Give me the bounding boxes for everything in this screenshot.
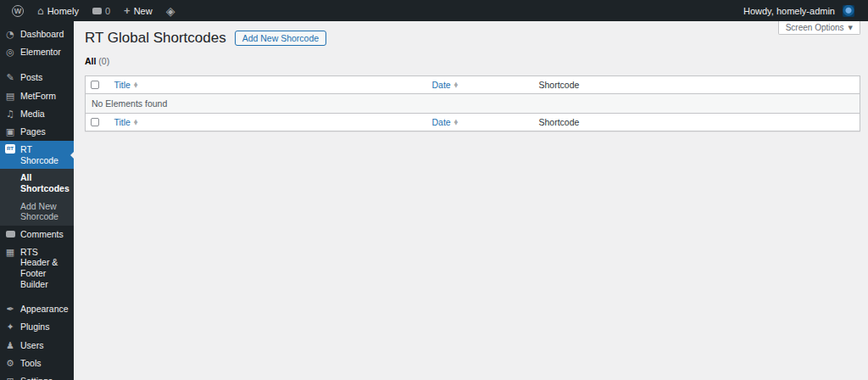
appearance-icon: ✒	[5, 304, 15, 315]
shortcodes-table: Title ▲▼ Date ▲▼	[85, 75, 860, 131]
title-column-label: Title	[114, 80, 131, 90]
sidebar-item-pages[interactable]: ▣ Pages	[0, 123, 74, 141]
user-avatar	[843, 5, 854, 17]
sidebar-item-label: Media	[20, 109, 45, 120]
content-area: Screen Options ▼ RT Global Shortcodes Ad…	[74, 21, 868, 380]
filter-all-count: (0)	[98, 56, 109, 66]
sidebar-item-label: Appearance	[20, 304, 69, 315]
sidebar-item-elementor[interactable]: ◎ Elementor	[0, 43, 74, 61]
sidebar-item-media[interactable]: ♫ Media	[0, 105, 74, 123]
submenu-item-all-shortcodes[interactable]: All Shortcodes	[0, 169, 74, 197]
howdy-label: Howdy, homely-admin	[743, 6, 835, 16]
sidebar-item-label: Comments	[20, 229, 64, 240]
sidebar-item-label: Settings	[20, 376, 53, 380]
site-name-link[interactable]: ⌂ Homely	[32, 0, 84, 21]
posts-icon: ✎	[5, 72, 15, 83]
sidebar-item-label: Pages	[20, 126, 46, 137]
submenu-item-label: All Shortcodes	[20, 172, 70, 193]
sort-icon: ▲▼	[134, 120, 137, 125]
sidebar-item-metform[interactable]: ▤ MetForm	[0, 87, 74, 105]
my-account-link[interactable]: Howdy, homely-admin	[738, 0, 860, 21]
plugins-icon: ✦	[5, 321, 15, 332]
title-column-label: Title	[114, 117, 131, 127]
submenu-item-label: Add New Shorcode	[20, 201, 69, 222]
page-title: RT Global Shortcodes	[85, 30, 226, 47]
litespeed-icon: ◈	[166, 5, 175, 17]
comments-link[interactable]: 0	[87, 0, 115, 21]
sidebar-item-label: Tools	[20, 358, 42, 369]
sidebar-item-tools[interactable]: ⚙ Tools	[0, 355, 74, 372]
sort-icon: ▲▼	[134, 82, 137, 87]
sidebar-item-posts[interactable]: ✎ Posts	[0, 69, 74, 87]
sort-by-title-link[interactable]: Title ▲▼	[114, 80, 138, 90]
sidebar-item-label: Elementor	[20, 47, 61, 58]
sort-by-date-link-footer[interactable]: Date ▲▼	[432, 117, 458, 127]
comments-count: 0	[105, 6, 110, 16]
users-icon: ♟	[5, 340, 15, 351]
screen-options-label: Screen Options	[786, 23, 844, 32]
sidebar-item-rts-header-footer-builder[interactable]: ▦ RTS Header & Footer Builder	[0, 243, 74, 293]
plus-icon: +	[124, 5, 131, 16]
filter-all-link[interactable]: All	[85, 56, 96, 66]
sidebar-item-plugins[interactable]: ✦ Plugins	[0, 318, 74, 336]
wordpress-logo-icon: W	[12, 5, 24, 17]
comments-icon	[5, 229, 15, 240]
shortcode-column-label: Shortcode	[539, 80, 580, 90]
shortcode-column-label: Shortcode	[539, 117, 580, 127]
metform-icon: ▤	[5, 91, 15, 102]
chevron-down-icon: ▼	[849, 25, 853, 31]
sidebar-item-rt-shortcode[interactable]: RT RT Shorcode	[0, 141, 74, 169]
sidebar-item-label: RTS Header & Footer Builder	[20, 247, 68, 289]
comment-bubble-icon	[92, 8, 102, 14]
add-new-shortcode-button[interactable]: Add New Shorcode	[235, 31, 326, 46]
filter-links: All (0)	[85, 56, 860, 66]
sidebar-item-label: RT Shorcode	[20, 144, 69, 165]
table-footer-row: Title ▲▼ Date ▲▼	[86, 114, 860, 131]
admin-bar: W ⌂ Homely 0 + New ◈ Howdy, homely-admin	[0, 0, 868, 21]
sidebar-item-comments[interactable]: Comments	[0, 226, 74, 243]
tools-icon: ⚙	[5, 358, 15, 369]
table-header-row: Title ▲▼ Date ▲▼	[86, 76, 860, 94]
media-icon: ♫	[5, 109, 15, 120]
home-icon: ⌂	[37, 6, 44, 16]
sort-icon: ▲▼	[454, 82, 458, 87]
select-all-checkbox[interactable]	[91, 81, 99, 89]
date-column-label: Date	[432, 80, 451, 90]
new-content-link[interactable]: + New	[119, 0, 158, 21]
sidebar-item-label: Posts	[20, 72, 42, 83]
litespeed-adminbar-link[interactable]: ◈	[161, 0, 181, 21]
select-all-checkbox-footer[interactable]	[91, 118, 99, 126]
sidebar-item-label: Users	[20, 340, 43, 351]
sidebar-item-label: Plugins	[20, 321, 49, 332]
new-label: New	[134, 6, 153, 16]
pages-icon: ▣	[5, 126, 15, 137]
sidebar-item-dashboard[interactable]: ◔ Dashboard	[0, 25, 74, 43]
rt-shortcode-icon: RT	[5, 144, 15, 153]
sidebar-item-label: MetForm	[20, 91, 56, 102]
screen-options-button[interactable]: Screen Options ▼	[778, 21, 860, 35]
site-name-label: Homely	[47, 6, 79, 16]
sidebar-item-users[interactable]: ♟ Users	[0, 337, 74, 355]
empty-table-row: No Elements found	[86, 94, 860, 114]
dashboard-icon: ◔	[5, 29, 15, 40]
admin-sidebar: ◔ Dashboard ◎ Elementor ✎ Posts ▤ MetFor…	[0, 21, 74, 380]
date-column-label: Date	[432, 117, 451, 127]
sort-by-date-link[interactable]: Date ▲▼	[432, 80, 458, 90]
header-footer-builder-icon: ▦	[5, 247, 15, 258]
submenu-item-add-new-shortcode[interactable]: Add New Shorcode	[0, 198, 74, 226]
sort-by-title-link-footer[interactable]: Title ▲▼	[114, 117, 138, 127]
settings-icon: ⊞	[5, 376, 15, 380]
rt-shortcode-submenu: All Shortcodes Add New Shorcode	[0, 169, 74, 225]
sidebar-item-settings[interactable]: ⊞ Settings	[0, 372, 74, 380]
wordpress-menu[interactable]: W	[7, 0, 29, 21]
elementor-icon: ◎	[5, 47, 15, 58]
empty-message: No Elements found	[86, 94, 860, 114]
sidebar-item-label: Dashboard	[20, 29, 64, 40]
sidebar-item-appearance[interactable]: ✒ Appearance	[0, 300, 74, 318]
sort-icon: ▲▼	[454, 120, 458, 125]
